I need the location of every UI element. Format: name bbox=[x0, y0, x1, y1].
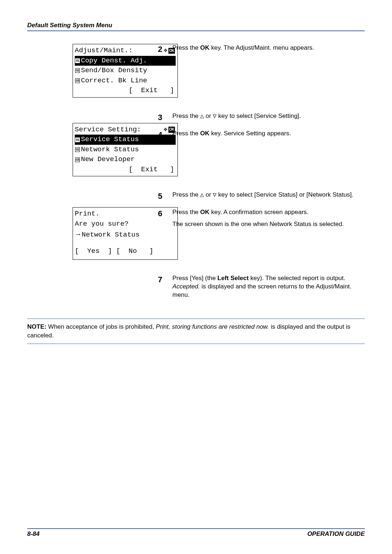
note-rule-bottom bbox=[27, 344, 365, 344]
text: Press the bbox=[172, 209, 200, 216]
down-key-icon: ▽ bbox=[213, 192, 216, 198]
text: key to select [Service Status] or [Netwo… bbox=[217, 191, 354, 198]
step-number: 7 bbox=[158, 274, 166, 303]
text: Press the bbox=[172, 44, 200, 51]
text: key to select [Service Setting]. bbox=[217, 112, 301, 119]
item-label: Network Status bbox=[81, 145, 139, 155]
text: Press the bbox=[172, 191, 200, 198]
item-label: Correct. Bk Line bbox=[81, 76, 147, 86]
item-label: New Developer bbox=[81, 155, 135, 165]
step-4: 4 Press the OK key. Service Setting appe… bbox=[158, 130, 365, 141]
note-label: NOTE: bbox=[27, 323, 46, 330]
text: key. The Adjust/Maint. menu appears. bbox=[209, 44, 314, 51]
key-ok: OK bbox=[200, 130, 210, 137]
step-5: 5 Press the △ or ▽ key to select [Servic… bbox=[158, 191, 365, 203]
footer-page-number: 8-84 bbox=[27, 530, 40, 538]
page-header: Default Setting System Menu bbox=[27, 22, 365, 31]
text: or bbox=[204, 112, 213, 119]
item-num-icon: 01 bbox=[75, 138, 80, 142]
footer-guide-label: OPERATION GUIDE bbox=[307, 530, 365, 538]
page-footer: 8-84 OPERATION GUIDE bbox=[27, 528, 365, 538]
item-label: Service Status bbox=[81, 135, 139, 145]
down-key-icon: ▽ bbox=[213, 113, 216, 120]
step-number: 5 bbox=[158, 191, 166, 203]
text: key. Service Setting appears. bbox=[209, 130, 291, 137]
text: key. A confirmation screen appears. bbox=[209, 209, 309, 216]
step-7: 7 Press [Yes] (the Left Select key). The… bbox=[158, 274, 365, 303]
lcd2-title: Service Setting: bbox=[75, 125, 141, 135]
text: When acceptance of jobs is prohibited, bbox=[46, 323, 156, 330]
note-block: NOTE: When acceptance of jobs is prohibi… bbox=[27, 323, 365, 340]
item-num-icon: 02 bbox=[75, 68, 80, 73]
up-key-icon: △ bbox=[200, 113, 204, 120]
item-num-icon: 03 bbox=[75, 78, 80, 83]
step-number: 4 bbox=[158, 130, 166, 141]
text: Press [Yes] (the bbox=[172, 275, 217, 282]
note-italic: Print, storing functions are restricted … bbox=[156, 323, 269, 330]
step-number: 3 bbox=[158, 112, 166, 124]
text: key). The selected report is output. bbox=[249, 275, 345, 282]
step-number: 6 bbox=[158, 208, 166, 232]
step-3: 3 Press the △ or ▽ key to select [Servic… bbox=[158, 112, 365, 124]
step-number: 2 bbox=[158, 44, 166, 56]
up-key-icon: △ bbox=[200, 192, 204, 198]
item-label: Send/Box Density bbox=[81, 66, 147, 76]
text: or bbox=[204, 191, 213, 198]
text: Press the bbox=[172, 112, 200, 119]
item-num-icon: 02 bbox=[75, 147, 80, 152]
key-ok: OK bbox=[200, 44, 210, 51]
text-italic: Accepted. bbox=[172, 283, 200, 290]
key-ok: OK bbox=[200, 209, 210, 216]
note-rule-top bbox=[27, 319, 365, 319]
lcd1-title: Adjust/Maint.: bbox=[75, 46, 133, 56]
key-left-select: Left Select bbox=[217, 275, 249, 282]
item-num-icon: 03 bbox=[75, 157, 80, 162]
header-title: Default Setting System Menu bbox=[27, 22, 112, 29]
item-label: Copy Denst. Adj. bbox=[81, 56, 147, 66]
item-num-icon: 01 bbox=[75, 58, 80, 63]
text: The screen shown is the one when Network… bbox=[172, 220, 365, 229]
right-arrow-icon: → bbox=[75, 230, 82, 238]
step-2: 2 Press the OK key. The Adjust/Maint. me… bbox=[158, 44, 365, 56]
step-6: 6 Press the OK key. A confirmation scree… bbox=[158, 208, 365, 232]
text: Press the bbox=[172, 130, 200, 137]
